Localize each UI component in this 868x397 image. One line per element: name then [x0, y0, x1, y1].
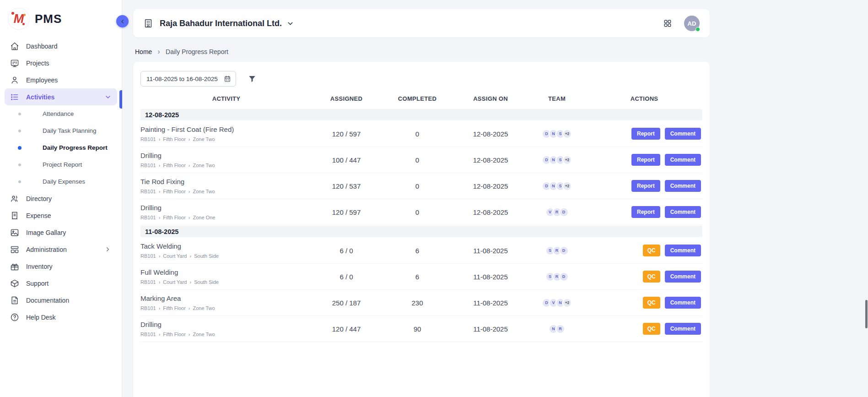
path-segment: RB101: [140, 136, 156, 142]
table-row: DrillingRB101›Fifth Floor›Zone Two120 / …: [140, 316, 702, 342]
team-avatar: D: [559, 272, 569, 282]
table-body: 12-08-2025Painting - First Coat (Fire Re…: [140, 109, 702, 342]
report-card: 11-08-2025 to 16-08-2025 ACTIVITY ASSIGN…: [133, 62, 710, 397]
sidebar-subitem-project-report[interactable]: Project Report: [5, 156, 117, 173]
team-cell: SRD: [527, 272, 587, 282]
comment-button[interactable]: Comment: [665, 297, 701, 309]
comment-button[interactable]: Comment: [665, 271, 701, 283]
report-button[interactable]: Report: [631, 128, 660, 140]
sidebar-item-employees[interactable]: Employees: [5, 71, 117, 88]
assigned-cell: 6 / 0: [312, 273, 381, 281]
comment-button[interactable]: Comment: [665, 180, 701, 192]
sidebar-item-directory[interactable]: Directory: [5, 190, 117, 207]
activity-title: Painting - First Coat (Fire Red): [140, 125, 307, 133]
actions-cell: ReportComment: [587, 154, 702, 166]
chevron-right-icon: ›: [159, 253, 161, 259]
bullet-icon: [18, 113, 21, 115]
sidebar-item-label: Dashboard: [26, 43, 112, 50]
avatar[interactable]: AD: [684, 16, 700, 31]
employees-icon: [10, 76, 19, 85]
sidebar-item-inventory[interactable]: Inventory: [5, 258, 117, 275]
company-name: Raja Bahadur International Ltd.: [160, 19, 282, 28]
sidebar-item-administration[interactable]: Administration: [5, 241, 117, 258]
table-row: DrillingRB101›Fifth Floor›Zone One120 / …: [140, 199, 702, 225]
sidebar-item-dashboard[interactable]: Dashboard: [5, 38, 117, 54]
assign-on-cell: 11-08-2025: [454, 299, 527, 307]
comment-button[interactable]: Comment: [665, 128, 701, 140]
sidebar-item-label: Directory: [26, 195, 112, 202]
sidebar-subitem-attendance[interactable]: Attendance: [5, 105, 117, 122]
activity-title: Full Welding: [140, 268, 307, 276]
breadcrumb-home[interactable]: Home: [135, 48, 152, 55]
activity-cell: Marking AreaRB101›Fifth Floor›Zone Two: [140, 294, 312, 311]
apps-grid-icon[interactable]: [663, 19, 672, 28]
activity-title: Drilling: [140, 204, 307, 212]
online-status-dot: [695, 27, 700, 32]
table-row: Marking AreaRB101›Fifth Floor›Zone Two25…: [140, 290, 702, 316]
team-cell: SRD: [527, 246, 587, 256]
sidebar-item-label: Help Desk: [26, 314, 112, 321]
sidebar-item-projects[interactable]: Projects: [5, 54, 117, 71]
path-segment: Zone Two: [193, 305, 215, 311]
chevron-right-icon: ›: [189, 332, 190, 337]
sidebar-item-documentation[interactable]: Documentation: [5, 292, 117, 309]
table-row: Painting - First Coat (Fire Red)RB101›Fi…: [140, 121, 702, 147]
sidebar-item-help-desk[interactable]: Help Desk: [5, 309, 117, 326]
path-segment: Zone Two: [193, 163, 215, 168]
chevron-right-icon: ›: [190, 279, 192, 285]
sidebar-subitem-daily-expenses[interactable]: Daily Expenses: [5, 173, 117, 190]
sidebar-subitem-daily-progress-report[interactable]: Daily Progress Report: [5, 139, 117, 156]
column-header-completed: COMPLETED: [381, 95, 454, 102]
activity-location-path: RB101›Fifth Floor›Zone Two: [140, 305, 307, 311]
sidebar-subitem-daily-task-planning[interactable]: Daily Task Planning: [5, 122, 117, 139]
chevron-right-icon: ›: [189, 305, 190, 311]
assigned-cell: 100 / 447: [312, 156, 381, 164]
chevron-right-icon: ›: [189, 136, 190, 142]
comment-button[interactable]: Comment: [665, 323, 701, 335]
activity-title: Marking Area: [140, 294, 307, 302]
home-icon: [10, 42, 19, 51]
assign-on-cell: 12-08-2025: [454, 182, 527, 190]
report-button[interactable]: Report: [631, 154, 660, 166]
sidebar-item-support[interactable]: Support: [5, 275, 117, 292]
path-segment: RB101: [140, 279, 156, 285]
comment-button[interactable]: Comment: [665, 154, 701, 166]
chevron-right-icon: [104, 246, 112, 253]
sidebar-item-expense[interactable]: Expense: [5, 207, 117, 224]
report-button[interactable]: Report: [631, 206, 660, 218]
assigned-cell: 120 / 597: [312, 208, 381, 216]
team-cell: DNS+2: [527, 155, 587, 165]
qc-button[interactable]: QC: [643, 323, 660, 335]
chevron-right-icon: ›: [159, 189, 161, 194]
path-segment: South Side: [194, 279, 219, 285]
administration-icon: [10, 245, 19, 254]
expense-icon: [10, 211, 19, 220]
column-header-activity: ACTIVITY: [140, 95, 312, 102]
qc-button[interactable]: QC: [643, 245, 660, 256]
date-group-header: 12-08-2025: [140, 109, 702, 120]
sidebar-item-label: Documentation: [26, 297, 112, 304]
chevron-left-icon: [119, 18, 126, 25]
comment-button[interactable]: Comment: [665, 206, 701, 218]
scrollbar[interactable]: [865, 300, 868, 328]
team-cell: DVN+2: [527, 298, 587, 308]
sidebar-item-activities[interactable]: Activities: [5, 88, 117, 105]
qc-button[interactable]: QC: [643, 297, 660, 309]
assigned-cell: 120 / 597: [312, 130, 381, 138]
bullet-icon: [18, 180, 21, 183]
image-icon: [10, 228, 19, 237]
report-button[interactable]: Report: [631, 180, 660, 192]
assigned-cell: 6 / 0: [312, 247, 381, 255]
sidebar-item-label: Projects: [26, 60, 112, 67]
date-range-input[interactable]: 11-08-2025 to 16-08-2025: [140, 71, 236, 87]
actions-cell: QCComment: [587, 271, 702, 283]
comment-button[interactable]: Comment: [665, 245, 701, 256]
assign-on-cell: 11-08-2025: [454, 247, 527, 255]
filter-icon[interactable]: [248, 75, 256, 83]
actions-cell: QCComment: [587, 245, 702, 256]
qc-button[interactable]: QC: [643, 271, 660, 283]
chevron-right-icon: ›: [159, 279, 161, 285]
sidebar-collapse-button[interactable]: [116, 15, 129, 27]
company-selector[interactable]: Raja Bahadur International Ltd.: [160, 19, 294, 28]
sidebar-item-image-gallary[interactable]: Image Gallary: [5, 224, 117, 241]
